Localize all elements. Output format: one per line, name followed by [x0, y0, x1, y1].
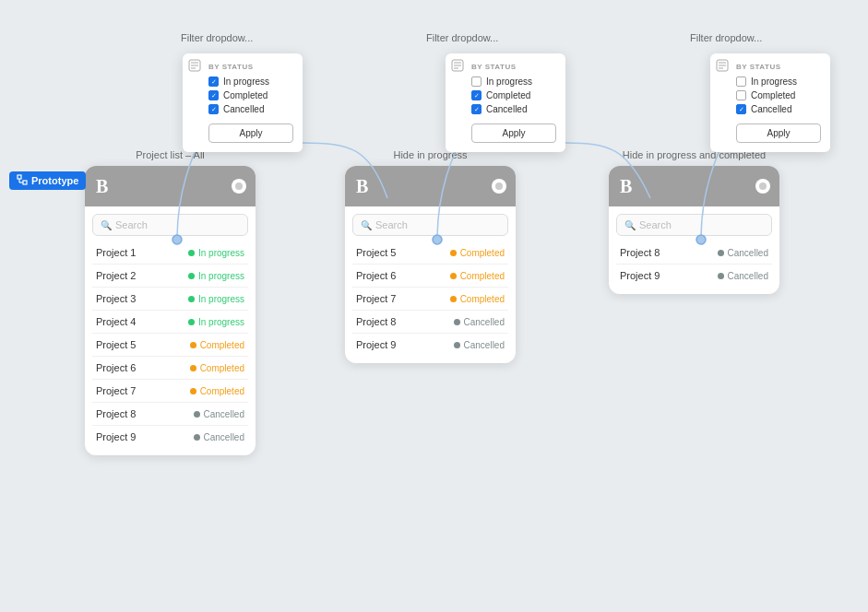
dd1-label-2: Cancelled: [223, 104, 264, 114]
prototype-label: Prototype: [9, 171, 86, 190]
filter-icon-1: [188, 59, 201, 76]
frame-2-search-placeholder: Search: [375, 219, 408, 230]
frame-2-header: B: [345, 166, 516, 206]
dd2-apply-button[interactable]: Apply: [471, 124, 556, 143]
frame-3-search[interactable]: 🔍 Search: [616, 214, 772, 236]
frame-3-search-placeholder: Search: [639, 219, 672, 230]
project-name: Project 3: [96, 293, 136, 304]
filter-icon-3: [716, 59, 729, 76]
dd2-item-1[interactable]: Completed: [471, 90, 556, 100]
status-text: Completed: [460, 271, 505, 281]
status-text: Completed: [460, 294, 505, 304]
frame-3-header: B: [609, 166, 779, 206]
dd2-checkbox-0[interactable]: [471, 76, 482, 87]
dd3-item-0[interactable]: In progress: [736, 76, 821, 87]
frame-3-wrapper: Hide in progress and completed B 🔍 Searc…: [609, 149, 779, 294]
dd3-item-2[interactable]: Cancelled: [736, 104, 821, 114]
status-badge: In progress: [188, 294, 244, 304]
status-text: Cancelled: [204, 432, 244, 442]
dd1-checkbox-2[interactable]: [208, 104, 219, 114]
status-badge: Cancelled: [194, 409, 244, 419]
dd1-item-0[interactable]: In progress: [208, 76, 293, 87]
dd1-apply-button[interactable]: Apply: [208, 124, 293, 143]
status-dot: [454, 319, 460, 325]
status-text: Cancelled: [464, 317, 505, 327]
dd1-item-2[interactable]: Cancelled: [208, 104, 293, 114]
status-text: Cancelled: [728, 248, 768, 258]
status-dot: [718, 273, 724, 279]
status-dot: [450, 250, 457, 256]
table-row: Project 5 Completed: [92, 334, 248, 357]
status-text: Completed: [200, 386, 244, 396]
svg-rect-1: [23, 181, 27, 184]
status-badge: In progress: [188, 271, 244, 281]
frame-2: B 🔍 Search Project 5 Completed Project 6: [345, 166, 516, 363]
status-badge: Completed: [190, 386, 244, 396]
dd1-checkbox-1[interactable]: [208, 90, 219, 100]
project-name: Project 8: [620, 247, 660, 258]
status-badge: Completed: [190, 340, 244, 350]
frame-1-header-dot: [232, 179, 246, 194]
project-name: Project 8: [356, 316, 396, 327]
dd1-label-0: In progress: [223, 76, 269, 87]
dd3-checkbox-2[interactable]: [736, 104, 746, 114]
frame-3-logo: B: [620, 176, 632, 197]
dd2-item-0[interactable]: In progress: [471, 76, 556, 87]
frame-2-header-dot: [492, 179, 506, 194]
frame-2-body: 🔍 Search Project 5 Completed Project 6 C…: [345, 206, 516, 363]
dd1-item-1[interactable]: Completed: [208, 90, 293, 100]
frame-1-logo: B: [96, 176, 108, 197]
dd3-checkbox-1[interactable]: [736, 90, 746, 100]
frame-1: B 🔍 Search Project 1 In progress Pr: [85, 166, 256, 455]
status-badge: Cancelled: [454, 340, 505, 350]
status-badge: Completed: [450, 294, 505, 304]
dd1-checkbox-0[interactable]: [208, 76, 219, 87]
dd2-by-status: BY STATUS: [471, 63, 556, 71]
status-dot: [450, 296, 457, 302]
dd3-apply-button[interactable]: Apply: [736, 124, 821, 143]
dd2-item-2[interactable]: Cancelled: [471, 104, 556, 114]
status-text: In progress: [198, 248, 244, 258]
status-dot: [190, 388, 196, 394]
dd1-label-1: Completed: [223, 90, 268, 100]
search-icon-2: 🔍: [361, 220, 372, 230]
status-text: In progress: [198, 317, 244, 327]
table-row: Project 9 Cancelled: [92, 426, 248, 448]
filter-label-3: Filter dropdow...: [690, 32, 762, 43]
dropdown-2: BY STATUS In progress Completed Cancelle…: [446, 53, 565, 152]
frame-3-header-dot: [755, 179, 770, 194]
status-badge: Completed: [450, 248, 505, 258]
table-row: Project 1 In progress: [92, 241, 248, 265]
frame-1-search[interactable]: 🔍 Search: [92, 214, 248, 236]
dd1-by-status: BY STATUS: [208, 63, 293, 71]
prototype-icon: [17, 174, 28, 187]
dd2-label-2: Cancelled: [486, 104, 527, 114]
status-badge: Cancelled: [454, 317, 505, 327]
project-name: Project 7: [356, 293, 396, 304]
status-text: In progress: [198, 271, 244, 281]
status-dot: [194, 434, 200, 441]
project-name: Project 2: [96, 270, 136, 281]
frame-3: B 🔍 Search Project 8 Cancelled Project 9: [609, 166, 779, 294]
frame-1-search-placeholder: Search: [115, 219, 148, 230]
status-badge: Cancelled: [194, 432, 244, 442]
frame-2-logo: B: [356, 176, 368, 197]
status-text: Cancelled: [204, 409, 244, 419]
table-row: Project 9 Cancelled: [352, 334, 508, 356]
project-name: Project 9: [356, 339, 396, 350]
status-badge: In progress: [188, 248, 244, 258]
frame-2-search[interactable]: 🔍 Search: [352, 214, 508, 236]
dd3-checkbox-0[interactable]: [736, 76, 746, 87]
status-text: Completed: [460, 248, 505, 258]
dd2-label-1: Completed: [486, 90, 530, 100]
dd2-checkbox-2[interactable]: [471, 104, 482, 114]
status-dot: [718, 250, 724, 256]
dropdown-1: BY STATUS In progress Completed Cancelle…: [183, 53, 303, 152]
dd3-item-1[interactable]: Completed: [736, 90, 821, 100]
dd2-checkbox-1[interactable]: [471, 90, 482, 100]
status-dot: [188, 273, 195, 279]
dd3-label-1: Completed: [751, 90, 795, 100]
frame-1-header: B: [85, 166, 256, 206]
table-row: Project 7 Completed: [352, 288, 508, 311]
canvas: Prototype Filter dropdow... Filter dropd…: [0, 0, 868, 612]
